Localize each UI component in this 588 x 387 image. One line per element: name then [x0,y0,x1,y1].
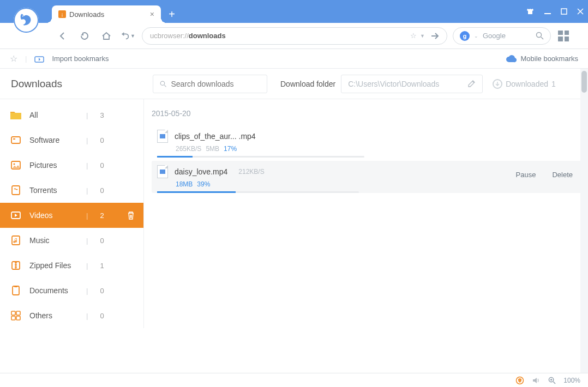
volume-icon[interactable] [532,376,541,385]
category-count: 1 [100,262,104,270]
svg-rect-15 [14,286,17,287]
file-percent: 17% [224,145,237,153]
category-count: 0 [100,312,104,320]
category-count: 0 [100,186,104,195]
category-icon [10,234,22,246]
category-icon [10,159,22,171]
svg-rect-6 [11,137,20,143]
separator: | [86,312,88,320]
svg-rect-18 [11,316,15,320]
scrollbar-thumb[interactable] [581,71,587,93]
category-label: All [29,111,79,119]
svg-rect-14 [13,286,19,295]
search-downloads[interactable] [153,75,267,93]
category-pictures[interactable]: Pictures|0 [0,153,143,178]
video-file-icon [157,130,168,143]
category-videos[interactable]: Videos|2 [0,203,143,228]
category-count: 0 [100,287,104,295]
category-documents[interactable]: Documents|0 [0,278,143,303]
category-software[interactable]: Software|0 [0,128,143,153]
skin-icon[interactable] [526,7,535,16]
category-count: 0 [100,161,104,170]
mobile-bookmarks-link[interactable]: Mobile bookmarks [521,55,579,63]
shield-icon[interactable] [515,376,524,385]
search-box[interactable]: g ⌄ Google [453,27,551,45]
apps-button[interactable] [556,29,571,43]
home-button[interactable] [98,28,115,44]
svg-rect-1 [544,13,551,14]
app-logo[interactable] [14,8,39,33]
edit-icon[interactable] [467,80,476,88]
download-icon: ↓ [58,10,66,18]
separator: | [86,287,88,295]
trash-icon[interactable] [127,211,135,220]
download-item[interactable]: clips_of_the_aur... .mp4265KB/S5MB17% [152,125,583,158]
download-item[interactable]: daisy_love.mp4212KB/S18MB39%PauseDelete [152,161,583,193]
category-icon [10,285,22,297]
maximize-button[interactable] [561,8,567,15]
date-heading: 2015-05-20 [152,109,583,118]
tab-close-button[interactable]: × [150,10,154,19]
import-bookmarks-link[interactable]: Import bookmarks [52,55,109,63]
engine-dropdown-icon[interactable]: ⌄ [474,33,478,39]
separator: | [86,237,88,245]
category-torrents[interactable]: Torrents|0 [0,178,143,203]
titlebar: ↓ Downloads × + [0,0,588,23]
svg-rect-10 [12,186,20,195]
category-count: 0 [100,136,104,144]
category-zipped-files[interactable]: Zipped Files|1 [0,253,143,278]
back-button[interactable] [55,28,71,44]
svg-rect-2 [561,9,567,14]
category-icon [10,134,22,146]
search-engine-label: Google [483,32,531,40]
download-folder-path[interactable]: C:\Users\Victor\Downloads [341,75,483,93]
svg-point-5 [160,81,164,85]
bookmark-bar: ☆ | Import bookmarks Mobile bookmarks [0,49,588,69]
browser-tab[interactable]: ↓ Downloads × [52,5,161,23]
separator: | [86,262,88,270]
import-icon [34,55,44,63]
svg-rect-19 [16,316,20,320]
progress-bar [157,191,359,193]
category-music[interactable]: Music|0 [0,228,143,253]
svg-point-3 [537,33,542,38]
toolbar: ▼ ucbrowser://downloads ☆ ▼ g ⌄ Google [0,23,588,49]
close-window-button[interactable] [577,8,584,15]
svg-rect-17 [16,311,20,315]
delete-button[interactable]: Delete [552,171,573,179]
downloaded-count: 1 [551,80,556,88]
bookmark-star-icon[interactable]: ☆ [410,32,417,40]
star-icon[interactable]: ☆ [10,53,17,64]
undo-button[interactable]: ▼ [120,28,136,44]
file-speed: 265KB/S [176,145,201,153]
category-label: Zipped Files [29,261,79,270]
category-icon [10,209,22,221]
category-icon [10,184,22,196]
svg-rect-16 [11,311,15,315]
pause-button[interactable]: Pause [516,171,536,179]
separator: | [86,111,88,119]
file-name: daisy_love.mp4 [175,167,227,176]
tab-title: Downloads [69,10,150,19]
minimize-button[interactable] [544,8,551,15]
downloads-header: Downloads Download folder C:\Users\Victo… [0,69,588,99]
search-downloads-input[interactable] [171,80,260,88]
cloud-icon [506,55,517,63]
search-icon [160,80,166,88]
separator: | [86,186,88,195]
progress-bar [157,156,364,158]
address-bar[interactable]: ucbrowser://downloads ☆ ▼ [142,27,447,45]
dropdown-icon[interactable]: ▼ [420,33,425,39]
reload-button[interactable] [76,28,93,44]
category-all[interactable]: All|3 [0,102,143,128]
vertical-scrollbar[interactable] [580,69,588,373]
category-sidebar: All|3Software|0Pictures|0Torrents|0Video… [0,99,144,328]
search-icon[interactable] [536,32,544,40]
category-others[interactable]: Others|0 [0,303,143,328]
downloaded-button[interactable]: Downloaded 1 [493,79,556,89]
category-label: Pictures [29,161,79,170]
go-button[interactable] [430,32,439,40]
zoom-icon[interactable] [548,377,556,384]
category-label: Music [29,236,79,245]
category-count: 2 [100,211,104,220]
